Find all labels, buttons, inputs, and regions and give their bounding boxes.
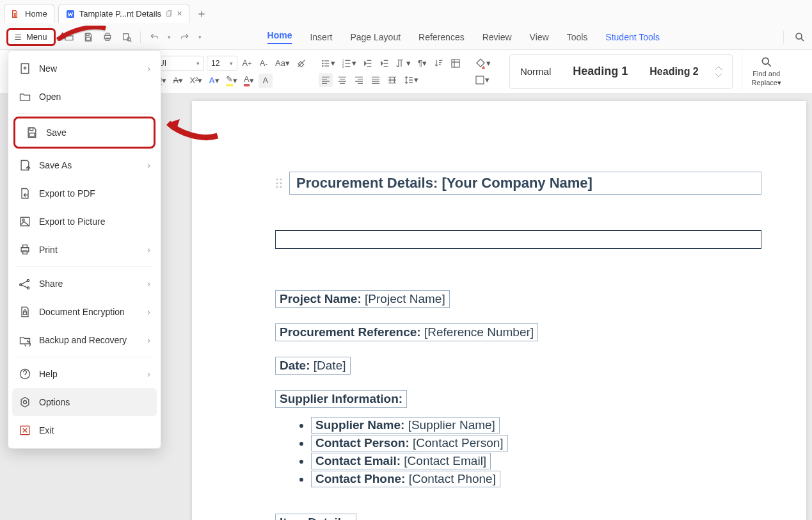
menu-backup[interactable]: Backup and Recovery › bbox=[8, 326, 161, 354]
char-shading-icon[interactable]: A bbox=[259, 74, 273, 88]
align-center-icon[interactable] bbox=[335, 73, 349, 87]
style-heading-2[interactable]: Heading 2 bbox=[644, 62, 703, 81]
svg-rect-24 bbox=[452, 60, 459, 67]
ribbon-tab-page-layout[interactable]: Page Layout bbox=[350, 32, 401, 42]
styles-more[interactable] bbox=[715, 66, 727, 77]
menu-save-as[interactable]: Save As › bbox=[8, 151, 161, 179]
find-label-2: Replace▾ bbox=[752, 79, 781, 87]
svg-rect-40 bbox=[23, 251, 28, 254]
show-marks-icon[interactable] bbox=[449, 56, 463, 70]
qat-redo-dropdown[interactable]: ▾ bbox=[197, 30, 203, 44]
font-color-icon[interactable]: A▾ bbox=[242, 74, 256, 88]
doc-title[interactable]: Procurement Details: [Your Company Name] bbox=[289, 172, 761, 195]
shading-icon[interactable]: ▾ bbox=[473, 56, 493, 70]
style-heading-1[interactable]: Heading 1 bbox=[568, 61, 633, 82]
contact-email-item[interactable]: Contact Email: [Contact Email] bbox=[311, 453, 491, 469]
ribbon-tab-review[interactable]: Review bbox=[482, 32, 512, 42]
contact-phone-item[interactable]: Contact Phone: [Contact Phone] bbox=[311, 471, 500, 487]
doc-title-value: [Your Company Name] bbox=[442, 175, 593, 191]
increase-indent-icon[interactable] bbox=[378, 56, 392, 70]
qat-undo-dropdown[interactable]: ▾ bbox=[166, 30, 173, 44]
sort-icon[interactable] bbox=[432, 56, 446, 70]
style-normal[interactable]: Normal bbox=[515, 62, 556, 81]
tab-home[interactable]: Home bbox=[4, 4, 54, 23]
tab-add[interactable]: ＋ bbox=[193, 5, 210, 22]
tab-home-label: Home bbox=[25, 9, 47, 19]
change-case-icon[interactable]: Aa▾ bbox=[273, 56, 292, 70]
find-label-1: Find and bbox=[752, 70, 780, 77]
qat-separator bbox=[140, 31, 141, 43]
ribbon-tab-student-tools[interactable]: Student Tools bbox=[605, 32, 660, 42]
qat-print-icon[interactable] bbox=[100, 30, 115, 44]
proc-ref-field[interactable]: Procurement Reference: [Reference Number… bbox=[275, 323, 538, 341]
svg-point-12 bbox=[322, 60, 324, 61]
numbering-icon[interactable]: 123▾ bbox=[340, 56, 358, 70]
menu-encryption[interactable]: Document Encryption › bbox=[8, 298, 161, 326]
doc-empty-box[interactable] bbox=[275, 230, 761, 249]
tab-close-icon[interactable]: ✕ bbox=[177, 10, 182, 18]
qat-open-icon[interactable] bbox=[62, 30, 76, 44]
ribbon-tab-tools[interactable]: Tools bbox=[567, 32, 588, 42]
tab-doc-label: Tamplate P...nt Details bbox=[79, 9, 161, 19]
svg-rect-4 bbox=[86, 37, 90, 40]
supplier-info-section[interactable]: Supplier Information: bbox=[275, 390, 407, 408]
align-right-icon[interactable] bbox=[352, 73, 366, 87]
tab-document[interactable]: Tamplate P...nt Details ✕ bbox=[58, 4, 189, 23]
menu-share[interactable]: Share › bbox=[8, 270, 161, 298]
ribbon-tab-view[interactable]: View bbox=[530, 32, 549, 42]
styles-gallery[interactable]: Normal Heading 1 Heading 2 bbox=[509, 54, 733, 89]
supplier-name-item[interactable]: Supplier Name: [Supplier Name] bbox=[311, 417, 500, 434]
ribbon-tab-home[interactable]: Home bbox=[267, 30, 292, 44]
menu-save[interactable]: Save bbox=[13, 117, 155, 149]
menu-options[interactable]: Options bbox=[12, 388, 157, 416]
bullets-icon[interactable]: ▾ bbox=[319, 56, 337, 70]
date-field[interactable]: Date: [Date] bbox=[275, 357, 351, 375]
svg-rect-3 bbox=[86, 33, 89, 35]
qat-redo-icon[interactable] bbox=[178, 30, 192, 44]
highlight-icon[interactable]: ✎▾ bbox=[224, 74, 239, 88]
strikethrough-icon[interactable]: A▾ bbox=[171, 74, 185, 88]
menu-open[interactable]: Open bbox=[8, 83, 161, 111]
pilcrow-icon[interactable]: ¶▾ bbox=[415, 56, 429, 70]
grow-font-icon[interactable]: A+ bbox=[240, 56, 254, 70]
text-effects-icon[interactable]: A▾ bbox=[207, 74, 221, 88]
menu-open-label: Open bbox=[39, 92, 61, 102]
menu-separator bbox=[16, 357, 153, 357]
chevron-right-icon: › bbox=[147, 307, 150, 317]
shrink-font-icon[interactable]: A- bbox=[257, 56, 271, 70]
menu-help[interactable]: Help › bbox=[8, 360, 161, 388]
menu-print[interactable]: Print › bbox=[8, 236, 161, 264]
menu-exit[interactable]: Exit bbox=[8, 416, 161, 444]
menu-new[interactable]: New › bbox=[8, 54, 161, 83]
svg-point-16 bbox=[322, 65, 324, 67]
item-details-section[interactable]: Item Details: bbox=[275, 514, 356, 520]
distribute-icon[interactable] bbox=[385, 73, 399, 87]
font-name-select[interactable]: UI▾ bbox=[154, 56, 204, 71]
contact-person-item[interactable]: Contact Person: [Contact Person] bbox=[311, 435, 508, 451]
align-left-icon[interactable] bbox=[319, 73, 333, 87]
align-justify-icon[interactable] bbox=[369, 73, 383, 87]
line-spacing-icon[interactable]: ▾ bbox=[402, 73, 420, 87]
qat-print-preview-icon[interactable] bbox=[120, 30, 134, 44]
ribbon-tab-insert[interactable]: Insert bbox=[310, 32, 332, 42]
superscript-icon[interactable]: X²▾ bbox=[187, 74, 204, 88]
find-and-replace[interactable]: Find and Replace▾ bbox=[747, 56, 786, 87]
menu-export-picture[interactable]: Export to Picture bbox=[8, 207, 161, 236]
tab-duplicate-icon[interactable] bbox=[165, 10, 173, 18]
ribbon-search[interactable] bbox=[783, 31, 806, 44]
decrease-indent-icon[interactable] bbox=[361, 56, 375, 70]
ribbon-tab-references[interactable]: References bbox=[418, 32, 465, 42]
document-page[interactable]: Procurement Details: [Your Company Name]… bbox=[192, 101, 806, 520]
qat-undo-icon[interactable] bbox=[147, 30, 161, 44]
borders-icon[interactable]: ▾ bbox=[473, 73, 491, 87]
menu-export-pdf[interactable]: Export to PDF bbox=[8, 179, 161, 207]
svg-point-10 bbox=[796, 33, 802, 39]
qat-save-icon[interactable] bbox=[81, 30, 95, 44]
clear-format-icon[interactable] bbox=[294, 56, 308, 70]
font-size-select[interactable]: 12▾ bbox=[207, 56, 237, 71]
menu-button[interactable]: Menu bbox=[6, 28, 56, 46]
project-name-field[interactable]: Project Name: [Project Name] bbox=[275, 290, 450, 308]
drag-handle-icon[interactable] bbox=[275, 177, 283, 189]
text-direction-icon[interactable]: ▾ bbox=[394, 56, 413, 70]
svg-rect-35 bbox=[29, 133, 35, 136]
